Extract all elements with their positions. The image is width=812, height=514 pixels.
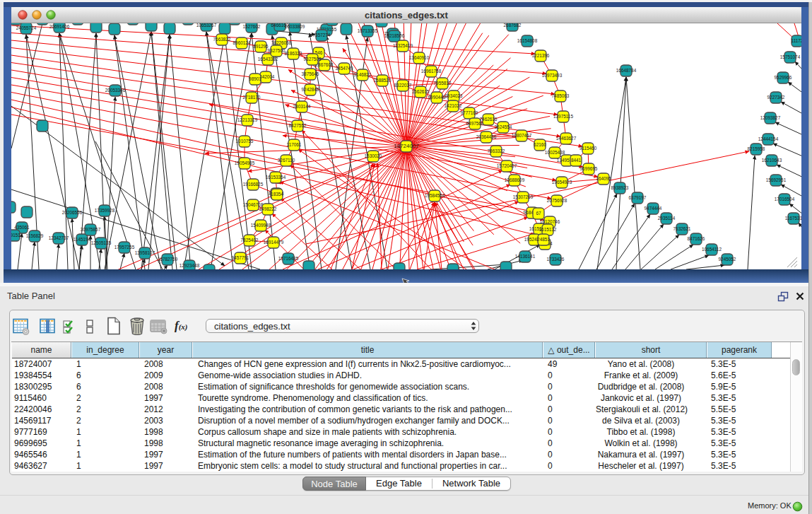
svg-text:16648784: 16648784 [616,68,637,73]
svg-text:7485063: 7485063 [552,93,570,98]
svg-text:16914479: 16914479 [264,240,284,245]
svg-text:6934023: 6934023 [445,93,463,98]
svg-text:2718170: 2718170 [243,95,261,100]
svg-text:24851: 24851 [537,237,550,242]
svg-text:24055724: 24055724 [16,25,37,30]
svg-text:9529966: 9529966 [775,75,792,80]
svg-text:20756928: 20756928 [547,198,567,203]
svg-text:15751074: 15751074 [780,54,801,59]
svg-text:8215958: 8215958 [748,146,765,151]
svg-text:30975857: 30975857 [81,227,101,232]
svg-text:20691406: 20691406 [49,24,70,29]
svg-text:9777169: 9777169 [461,110,478,115]
svg-text:17016504: 17016504 [775,197,795,201]
svg-text:891295: 891295 [253,44,269,49]
svg-text:7632621: 7632621 [673,226,691,231]
svg-text:20364436: 20364436 [476,134,497,139]
svg-text:9474444: 9474444 [645,206,662,211]
svg-text:18354: 18354 [271,192,283,197]
svg-text:17957255: 17957255 [114,245,135,250]
svg-text:7357274: 7357274 [313,33,331,37]
svg-text:19166825: 19166825 [243,182,264,187]
svg-text:14136141: 14136141 [515,254,536,259]
svg-text:67: 67 [536,211,541,216]
svg-text:8471626: 8471626 [688,236,705,241]
svg-text:2687682: 2687682 [504,23,522,28]
svg-text:2935114: 2935114 [658,216,676,221]
svg-text:39151: 39151 [11,233,20,238]
svg-text:19654923: 19654923 [552,180,572,185]
svg-text:1588520: 1588520 [374,78,392,83]
svg-text:10807467: 10807467 [512,133,532,138]
svg-text:1145194: 1145194 [73,237,91,242]
svg-text:8960124: 8960124 [233,40,251,45]
svg-text:14463627: 14463627 [556,136,577,141]
svg-text:3875645: 3875645 [302,71,319,76]
svg-text:7462616: 7462616 [480,117,498,122]
svg-text:1421022: 1421022 [445,103,462,108]
svg-text:8427552: 8427552 [289,123,307,128]
svg-text:15720407: 15720407 [497,163,517,168]
svg-text:7825402: 7825402 [241,238,259,243]
svg-text:1527602: 1527602 [243,24,261,29]
svg-text:16782759: 16782759 [158,257,178,262]
svg-text:19584554: 19584554 [425,193,445,198]
svg-text:9227342: 9227342 [767,95,785,100]
svg-text:13958107: 13958107 [135,250,155,255]
svg-text:8938923: 8938923 [611,185,629,190]
svg-text:13975115: 13975115 [553,114,573,119]
svg-text:12093827: 12093827 [760,115,781,120]
svg-text:62160: 62160 [534,142,546,147]
svg-text:12923448: 12923448 [180,263,200,268]
svg-text:11172: 11172 [792,38,801,43]
svg-text:15716485: 15716485 [278,256,299,261]
svg-text:1156829: 1156829 [26,233,44,238]
svg-text:16154808: 16154808 [517,38,538,43]
svg-text:1733426: 1733426 [547,257,565,262]
svg-text:1010755: 1010755 [236,139,254,144]
svg-text:1498222: 1498222 [259,206,277,211]
svg-text:9242848: 9242848 [302,87,319,92]
svg-text:1615132: 1615132 [539,227,557,232]
svg-text:11325419: 11325419 [393,43,413,48]
svg-text:98901: 98901 [249,76,261,81]
svg-text:9146821: 9146821 [354,72,372,77]
svg-text:8441: 8441 [571,158,582,163]
svg-text:9699695: 9699695 [580,166,598,171]
svg-text:6497568: 6497568 [466,121,484,126]
svg-text:15692951: 15692951 [766,177,787,182]
svg-text:17359928: 17359928 [95,208,115,213]
svg-text:16713355: 16713355 [358,28,378,33]
svg-text:18724007: 18724007 [394,143,419,149]
svg-text:1530020: 1530020 [365,153,382,158]
svg-text:10654112: 10654112 [702,247,722,252]
svg-text:12213319: 12213319 [237,117,258,122]
svg-text:6379197: 6379197 [629,195,647,200]
svg-text:16120746: 16120746 [540,219,560,224]
svg-text:12342737: 12342737 [49,235,69,240]
svg-text:2803144: 2803144 [293,104,311,109]
svg-text:16543382: 16543382 [258,57,278,62]
svg-text:117061: 117061 [287,142,302,147]
svg-text:19054985: 19054985 [235,160,255,165]
svg-text:8322037: 8322037 [394,83,412,88]
svg-text:16033809: 16033809 [285,24,305,29]
svg-text:9115460: 9115460 [579,146,597,151]
svg-text:9327500: 9327500 [268,48,286,53]
svg-text:164095: 164095 [596,176,611,181]
svg-text:7663822: 7663822 [213,37,231,42]
svg-text:3624554: 3624554 [495,124,512,129]
svg-text:15409948: 15409948 [251,223,271,228]
svg-text:1167531: 1167531 [785,216,801,221]
svg-text:15307269: 15307269 [513,194,534,199]
svg-text:7955812: 7955812 [434,81,452,86]
svg-text:435061: 435061 [14,225,30,230]
svg-text:1221396: 1221396 [532,53,550,58]
svg-text:20206556: 20206556 [62,210,83,215]
svg-text:7863322: 7863322 [488,148,505,153]
svg-text:9245052: 9245052 [719,257,736,262]
svg-text:10025438: 10025438 [545,150,565,155]
svg-text:6990448: 6990448 [428,95,446,100]
svg-text:18226058: 18226058 [271,40,292,45]
svg-text:9457791: 9457791 [232,255,249,260]
